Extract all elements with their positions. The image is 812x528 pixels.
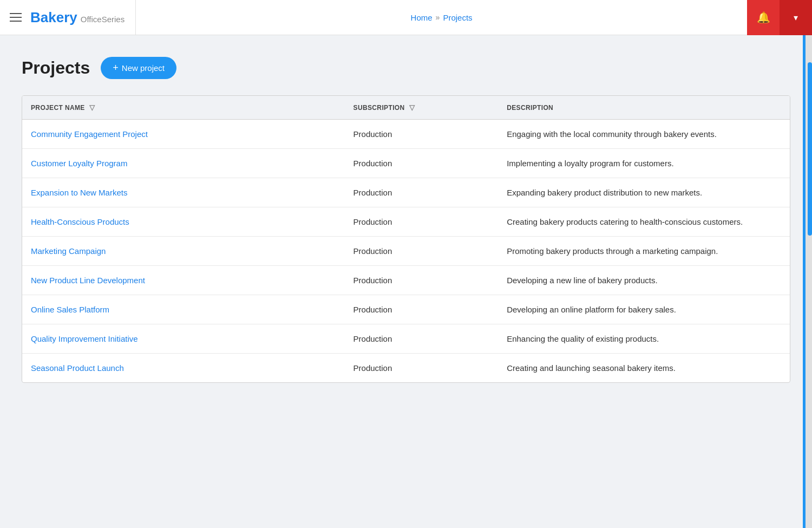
bell-icon: 🔔 <box>757 11 770 24</box>
project-name-cell[interactable]: Seasonal Product Launch <box>22 354 345 383</box>
menu-icon[interactable] <box>10 13 22 22</box>
table-row: Health-Conscious ProductsProductionCreat… <box>22 207 790 237</box>
subscription-cell: Production <box>345 266 499 295</box>
header-actions: 🔔 ▾ <box>747 0 812 35</box>
project-name-cell[interactable]: Marketing Campaign <box>22 237 345 266</box>
chevron-down-icon: ▾ <box>794 12 798 23</box>
description-cell: Promoting bakery products through a mark… <box>498 237 790 266</box>
table-row: Expansion to New MarketsProductionExpand… <box>22 178 790 207</box>
subscription-filter-icon[interactable]: ▽ <box>409 103 415 112</box>
notification-button[interactable]: 🔔 <box>747 0 780 35</box>
table-header: PROJECT NAME ▽ SUBSCRIPTION ▽ DESCRIPTIO… <box>22 96 790 120</box>
table-body: Community Engagement ProjectProductionEn… <box>22 120 790 383</box>
subscription-cell: Production <box>345 149 499 178</box>
subscription-cell: Production <box>345 207 499 237</box>
projects-link[interactable]: Projects <box>443 13 472 22</box>
subscription-cell: Production <box>345 237 499 266</box>
name-filter-icon[interactable]: ▽ <box>89 103 95 112</box>
page-title: Projects <box>22 58 90 78</box>
subscription-cell: Production <box>345 324 499 354</box>
projects-table-container: PROJECT NAME ▽ SUBSCRIPTION ▽ DESCRIPTIO… <box>22 95 790 383</box>
table-row: New Product Line DevelopmentProductionDe… <box>22 266 790 295</box>
description-cell: Developing an online platform for bakery… <box>498 295 790 324</box>
brand: Bakery OfficeSeries <box>30 9 125 26</box>
subscription-cell: Production <box>345 354 499 383</box>
page-header: Projects + New project <box>22 57 790 79</box>
table-row: Quality Improvement InitiativeProduction… <box>22 324 790 354</box>
header: Bakery OfficeSeries Home » Projects 🔔 ▾ <box>0 0 812 35</box>
description-cell: Creating and launching seasonal bakery i… <box>498 354 790 383</box>
header-left: Bakery OfficeSeries <box>0 0 136 35</box>
subscription-cell: Production <box>345 178 499 207</box>
project-name-cell[interactable]: Customer Loyalty Program <box>22 149 345 178</box>
col-description-label: DESCRIPTION <box>507 104 553 112</box>
table-row: Online Sales PlatformProductionDevelopin… <box>22 295 790 324</box>
col-header-description: DESCRIPTION <box>498 96 790 120</box>
table-header-row: PROJECT NAME ▽ SUBSCRIPTION ▽ DESCRIPTIO… <box>22 96 790 120</box>
subscription-cell: Production <box>345 295 499 324</box>
table-row: Seasonal Product LaunchProductionCreatin… <box>22 354 790 383</box>
main-content: Projects + New project PROJECT NAME ▽ <box>0 35 812 405</box>
breadcrumb-separator: » <box>436 13 440 22</box>
project-name-cell[interactable]: Quality Improvement Initiative <box>22 324 345 354</box>
project-name-cell[interactable]: Health-Conscious Products <box>22 207 345 237</box>
brand-name: Bakery <box>30 9 77 26</box>
table-row: Marketing CampaignProductionPromoting ba… <box>22 237 790 266</box>
col-header-subscription: SUBSCRIPTION ▽ <box>345 96 499 120</box>
description-cell: Expanding bakery product distribution to… <box>498 178 790 207</box>
project-name-cell[interactable]: New Product Line Development <box>22 266 345 295</box>
subscription-cell: Production <box>345 120 499 149</box>
breadcrumb-nav: Home » Projects <box>136 13 747 22</box>
new-project-button[interactable]: + New project <box>101 57 176 79</box>
description-cell: Enhancing the quality of existing produc… <box>498 324 790 354</box>
col-subscription-label: SUBSCRIPTION <box>353 104 405 112</box>
projects-table: PROJECT NAME ▽ SUBSCRIPTION ▽ DESCRIPTIO… <box>22 96 790 382</box>
project-name-cell[interactable]: Expansion to New Markets <box>22 178 345 207</box>
project-name-cell[interactable]: Online Sales Platform <box>22 295 345 324</box>
description-cell: Engaging with the local community throug… <box>498 120 790 149</box>
new-project-label: New project <box>122 63 165 73</box>
col-name-label: PROJECT NAME <box>31 104 85 112</box>
plus-icon: + <box>113 62 119 74</box>
table-row: Community Engagement ProjectProductionEn… <box>22 120 790 149</box>
table-row: Customer Loyalty ProgramProductionImplem… <box>22 149 790 178</box>
user-dropdown-button[interactable]: ▾ <box>780 0 812 35</box>
brand-subtitle: OfficeSeries <box>81 15 125 24</box>
col-header-name: PROJECT NAME ▽ <box>22 96 345 120</box>
description-cell: Creating bakery products catering to hea… <box>498 207 790 237</box>
home-link[interactable]: Home <box>411 13 433 22</box>
description-cell: Developing a new line of bakery products… <box>498 266 790 295</box>
project-name-cell[interactable]: Community Engagement Project <box>22 120 345 149</box>
description-cell: Implementing a loyalty program for custo… <box>498 149 790 178</box>
